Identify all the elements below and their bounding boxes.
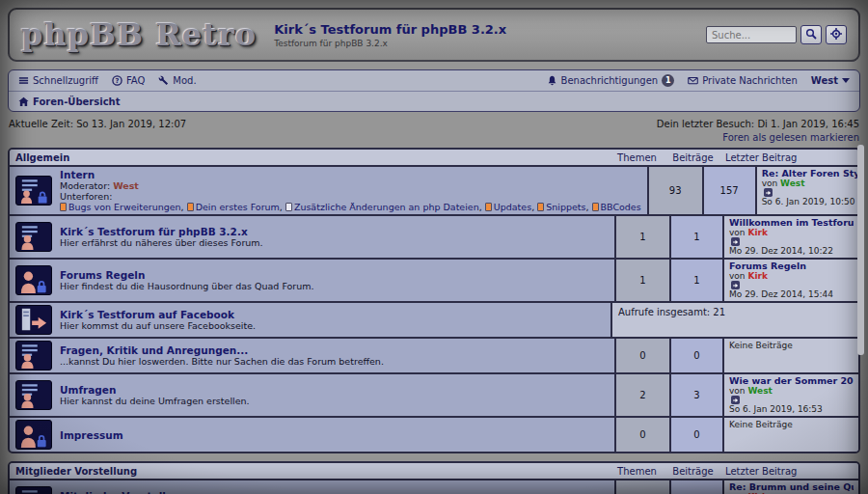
goto-post-icon[interactable] [764, 188, 773, 197]
forum-link[interactable]: Kirk´s Testforum für phpBB 3.2.x [60, 226, 263, 237]
last-post-cell: Re: Alter Foren Style phpBB von West So … [755, 167, 860, 214]
subforum-link[interactable]: Bugs von Erweiterungen [60, 202, 187, 212]
forum-link[interactable]: Forums Regeln [60, 269, 314, 281]
last-post-date: Mo 29. Dez 2014, 10:22 [729, 246, 854, 256]
forum-link[interactable]: Mitglieder Vorstellung [60, 490, 282, 494]
forum-description: Hier kommst du auf unsere Facebookseite. [60, 320, 256, 331]
forum-link[interactable]: Impressum [60, 429, 123, 441]
subforum-link[interactable]: BBCodes [592, 202, 641, 212]
forum-icon [15, 222, 52, 252]
forum-description: Hier kannst du deine Umfragen erstellen. [60, 396, 250, 406]
forum-link[interactable]: Umfragen [60, 384, 250, 396]
private-messages-link[interactable]: Private Nachrichten [688, 75, 798, 86]
site-logo[interactable]: phpBB Retro [21, 16, 257, 53]
private-messages-label: Private Nachrichten [702, 75, 798, 86]
notifications-label: Benachrichtigungen [561, 75, 659, 86]
last-post-cell: Willkommen im Testforum der Q... von Kir… [722, 216, 858, 258]
no-posts-label: Keine Beiträge [729, 341, 793, 350]
last-post-link[interactable]: Willkommen im Testforum der Q... [729, 218, 854, 228]
forum-description: ...kannst Du hier loswerden. Bitte nur S… [60, 356, 384, 367]
faq-label: FAQ [126, 75, 145, 86]
breadcrumb-label: Foren-Übersicht [33, 96, 120, 107]
last-post-date: Mo 29. Dez 2014, 15:44 [729, 289, 854, 299]
forum-row: Fragen, Kritik und Anregungen... ...kann… [10, 337, 858, 372]
notification-count-badge: 1 [662, 74, 674, 87]
author-link[interactable]: Kirk [747, 271, 767, 281]
author-link[interactable]: Kirk [747, 228, 767, 237]
hamburger-icon [18, 75, 29, 86]
topics-count: 2 [614, 374, 669, 416]
forum-external-link-icon [15, 305, 52, 335]
forum-icon [15, 341, 52, 370]
page-unread-icon [485, 203, 492, 211]
mark-forums-read-link[interactable]: Foren als gelesen markieren [722, 132, 859, 143]
column-header-topics: Themen [609, 466, 665, 477]
forum-link[interactable]: Kirk´s Testforum auf Facebook [60, 309, 256, 320]
forum-icon [15, 380, 52, 410]
current-time: Aktuelle Zeit: So 13. Jan 2019, 12:07 [9, 119, 186, 129]
forum-locked-icon [15, 420, 52, 450]
von-label: von [729, 271, 746, 281]
category-title[interactable]: Mitglieder Vorstellung [10, 466, 609, 477]
forum-row: Forums Regeln Hier findest du die Hausor… [10, 258, 858, 301]
moderator-link[interactable]: West [113, 180, 139, 191]
subforum-link[interactable]: Snippets [537, 202, 591, 212]
navbar-top-row: Schnellzugriff FAQ Mod. Benachrichtigung… [9, 70, 859, 91]
last-visit: Dein letzter Besuch: Di 1. Jan 2019, 16:… [657, 119, 859, 129]
posts-count: 1 [669, 216, 722, 258]
topics-count: 0 [614, 339, 669, 372]
author-link[interactable]: West [780, 178, 804, 188]
search-input[interactable] [706, 26, 797, 43]
subforum-link[interactable]: Zusätzliche Änderungen an php Dateien [285, 202, 485, 212]
header: phpBB Retro Kirk´s Testforum für phpBB 3… [8, 8, 860, 62]
search-button[interactable] [800, 25, 822, 44]
wrench-icon [158, 75, 169, 86]
page: phpBB Retro Kirk´s Testforum für phpBB 3… [0, 0, 868, 494]
last-post-link[interactable]: Forums Regeln [729, 261, 854, 271]
last-post-link[interactable]: Wie war der Sommer 2018? [729, 376, 854, 386]
navbar: Schnellzugriff FAQ Mod. Benachrichtigung… [8, 69, 860, 112]
von-label: von [762, 178, 778, 188]
breadcrumb-forum-index[interactable]: Foren-Übersicht [18, 96, 120, 107]
posts-count: 1 [669, 260, 722, 301]
mod-label: Mod. [173, 75, 196, 86]
user-menu[interactable]: West [811, 75, 850, 86]
category-mitglieder-vorstellung: Mitglieder Vorstellung Themen Beiträge L… [8, 461, 860, 494]
column-header-lastpost: Letzter Beitrag [720, 152, 858, 163]
subforum-link[interactable]: Dein erstes Forum [187, 202, 285, 212]
notifications-link[interactable]: Benachrichtigungen1 [547, 74, 675, 87]
goto-post-icon[interactable] [731, 281, 740, 289]
navbar-breadcrumb-row: Foren-Übersicht [9, 91, 859, 111]
last-post-link[interactable]: Re: Brumm und seine Quads [729, 482, 854, 492]
quick-links-menu[interactable]: Schnellzugriff [18, 75, 98, 86]
forum-link[interactable]: Intern [60, 169, 641, 180]
page-read-icon [285, 203, 292, 211]
forum-link[interactable]: Fragen, Kritik und Anregungen... [60, 344, 384, 356]
posts-count: 3 [669, 374, 722, 416]
last-post-cell: Keine Beiträge [722, 339, 858, 372]
goto-post-icon[interactable] [731, 396, 740, 404]
last-post-link[interactable]: Re: Alter Foren Style phpBB [762, 169, 860, 178]
forum-row: Kirk´s Testforum auf Facebook Hier komms… [10, 301, 858, 337]
author-link[interactable]: West [747, 386, 772, 396]
forum-locked-icon [15, 265, 52, 295]
topics-count: 93 [647, 167, 702, 214]
von-label: von [729, 386, 746, 396]
category-title[interactable]: Allgemein [10, 152, 609, 163]
total-clicks-cell: Aufrufe insgesamt: 21 [610, 303, 858, 337]
mark-read-row: Foren als gelesen markieren [8, 130, 860, 148]
category-allgemein: Allgemein Themen Beiträge Letzter Beitra… [8, 148, 860, 453]
mod-link[interactable]: Mod. [158, 75, 196, 86]
forum-row: Intern Moderator: West Unterforen: Bugs … [10, 167, 858, 214]
von-label: von [729, 228, 746, 237]
faq-link[interactable]: FAQ [112, 75, 145, 86]
meta-row: Aktuelle Zeit: So 13. Jan 2019, 12:07 De… [8, 116, 860, 130]
posts-count: 157 [702, 167, 755, 214]
subforum-link[interactable]: Updates [485, 202, 537, 212]
goto-post-icon[interactable] [731, 237, 740, 246]
advanced-search-button[interactable] [826, 25, 847, 44]
forum-description: Hier erfährst du näheres über dieses For… [60, 237, 263, 248]
column-header-lastpost: Letzter Beitrag [720, 466, 858, 477]
home-icon [18, 96, 29, 107]
scrollbar-thumb[interactable] [857, 145, 864, 355]
